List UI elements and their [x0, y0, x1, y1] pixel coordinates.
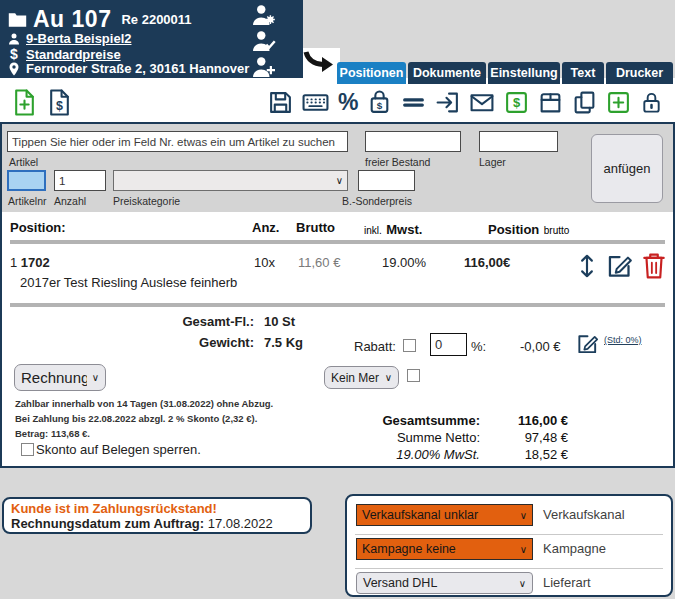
artikelnr-input[interactable] [7, 170, 46, 191]
payment-warning: Kunde ist im Zahlungsrückstand! [11, 501, 303, 516]
col-anz: Anz. [252, 220, 279, 235]
mail-icon[interactable] [469, 90, 495, 115]
dollar-square-icon[interactable]: $ [504, 90, 529, 115]
chevron-down-icon: ∨ [385, 372, 392, 383]
row-description: 2017er Test Riesling Auslese feinherb [20, 275, 237, 290]
percent-icon[interactable]: % [338, 89, 358, 115]
arrow-patch [303, 48, 340, 84]
skonto-checkbox[interactable] [21, 443, 34, 456]
user-check-button[interactable] [252, 30, 276, 56]
import-icon[interactable] [435, 90, 460, 115]
std-discount-link[interactable]: (Std: 0%) [604, 335, 642, 345]
gewicht-value: 7.5 Kg [264, 335, 303, 350]
row-divider [10, 303, 665, 307]
row-total: 116,00€ [464, 255, 510, 270]
col-position: Position: [10, 220, 66, 235]
package-icon[interactable] [538, 90, 563, 115]
rabatt-amount: -0,00 € [520, 339, 560, 354]
tab-bar: Positionen Dokumente Einstellung Text Dr… [337, 62, 673, 84]
merge-select[interactable]: Kein Mer∨ [324, 366, 399, 389]
tab-text[interactable]: Text [562, 62, 604, 84]
customer-notice-box: Kunde ist im Zahlungsrückstand! Rechnung… [2, 497, 312, 534]
channel-box: Verkaufskanal unklar∨ Verkaufskanal Kamp… [345, 494, 673, 597]
location-pin-icon [8, 62, 20, 76]
row-quantity: 10x [254, 255, 275, 270]
col-brutto: Brutto [296, 220, 335, 235]
netto-label: Summe Netto: [310, 430, 480, 445]
edit-discount-icon[interactable] [576, 332, 599, 355]
gesamtsumme-label: Gesamtsumme: [310, 413, 480, 428]
artikelnr-label: Artikelnr [8, 195, 47, 207]
gesamt-fl-value: 10 St [264, 314, 295, 329]
delete-row-icon[interactable] [642, 252, 666, 280]
customer-address: Fernroder Straße 2, 30161 Hannover [26, 61, 249, 76]
chevron-down-icon: ∨ [520, 510, 527, 521]
order-number: Au 107 [33, 6, 111, 33]
rabatt-label: Rabatt: [354, 339, 396, 354]
kampagne-label: Kampagne [543, 541, 606, 556]
freier-bestand-input[interactable] [365, 131, 461, 152]
chevron-down-icon: ∨ [336, 175, 343, 186]
rabatt-percent-input[interactable] [430, 333, 467, 356]
divider [355, 568, 663, 569]
verkaufskanal-select[interactable]: Verkaufskanal unklar∨ [356, 504, 533, 526]
price-icon: $ [8, 46, 20, 62]
toolbar-right: % $ $ [268, 89, 663, 115]
price-document-icon[interactable]: $ [47, 89, 72, 116]
chevron-down-icon: ∨ [92, 372, 99, 383]
lieferart-select[interactable]: Versand DHL∨ [356, 572, 533, 594]
sonderpreis-label: B.-Sonderpreis [342, 195, 412, 207]
chevron-down-icon: ∨ [520, 544, 527, 555]
doc-type-select[interactable]: Rechnung∨ [14, 364, 106, 391]
kampagne-select[interactable]: Kampagne keine∨ [356, 538, 533, 560]
copy-icon[interactable] [572, 90, 597, 115]
money-bag-icon[interactable]: $ [367, 90, 392, 115]
add-square-icon[interactable] [606, 90, 631, 115]
sonderpreis-input[interactable] [358, 170, 415, 191]
skonto-label: Skonto auf Belegen sperren. [36, 442, 201, 457]
order-header: Au 107 Re 2200011 9-Berta Beispiel2 $ St… [0, 0, 303, 78]
equals-icon[interactable] [401, 90, 426, 115]
anfuegen-button[interactable]: anfügen [591, 134, 663, 203]
rabatt-checkbox[interactable] [403, 339, 416, 352]
user-check-icon [252, 30, 276, 52]
user-add-button[interactable] [252, 56, 276, 82]
user-settings-icon [252, 4, 276, 26]
gewicht-label: Gewicht: [122, 335, 254, 350]
pricelist-link[interactable]: Standardpreise [26, 47, 121, 62]
preiskategorie-label: Preiskategorie [113, 195, 180, 207]
gesamtsumme-value: 116,00 € [482, 413, 568, 428]
article-form: Artikel freier Bestand Lager anfügen ∨ A… [2, 124, 673, 212]
chevron-down-icon: ∨ [519, 578, 526, 589]
tab-dokumente[interactable]: Dokumente [408, 62, 486, 84]
customer-link[interactable]: 9-Berta Beispiel2 [26, 31, 132, 46]
tab-drucker[interactable]: Drucker [606, 62, 673, 84]
row-unit-price: 11,60 € [298, 255, 340, 270]
tab-positionen[interactable]: Positionen [337, 62, 406, 84]
col-mwst: inkl. Mwst. [364, 220, 422, 238]
preiskategorie-select[interactable]: ∨ [113, 170, 348, 191]
merge-checkbox[interactable] [407, 369, 420, 382]
move-row-icon[interactable] [574, 252, 600, 280]
mwst-value: 18,52 € [482, 447, 568, 462]
lock-icon[interactable] [640, 90, 663, 115]
invoice-reference: Re 2200011 [121, 12, 191, 27]
header-divider [10, 240, 665, 244]
tab-einstellung[interactable]: Einstellung [488, 62, 560, 84]
col-position-brutto: Position brutto [488, 220, 569, 238]
save-icon[interactable] [268, 90, 293, 115]
positions-panel: Artikel freier Bestand Lager anfügen ∨ A… [0, 122, 675, 468]
lieferart-label: Lieferart [543, 575, 591, 590]
anzahl-label: Anzahl [54, 195, 86, 207]
new-document-icon[interactable] [12, 89, 37, 116]
row-number-article: 1 1702 [10, 255, 50, 270]
mwst-label: 19.00% MwSt. [310, 447, 480, 462]
user-settings-button[interactable] [252, 4, 276, 30]
keyboard-icon[interactable] [302, 90, 329, 115]
anzahl-input[interactable] [54, 170, 106, 191]
edit-row-icon[interactable] [606, 252, 633, 279]
divider [355, 534, 663, 535]
lager-input[interactable] [479, 131, 558, 152]
article-search-input[interactable] [7, 131, 348, 152]
redirect-arrow-icon [303, 48, 337, 78]
